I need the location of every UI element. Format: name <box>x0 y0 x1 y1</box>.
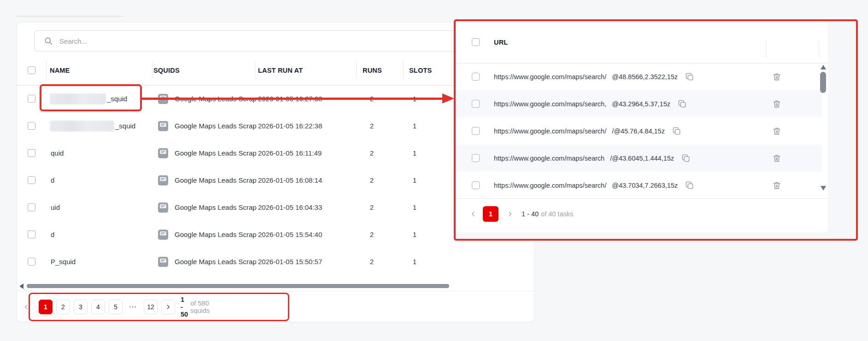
slots-count: 1 <box>405 167 424 194</box>
page-button-2[interactable]: 2 <box>56 300 70 314</box>
vscroll-down-arrow-icon[interactable] <box>821 186 826 191</box>
page-button-12[interactable]: 12 <box>144 300 158 314</box>
row-checkbox[interactable] <box>28 95 35 103</box>
url-next-page-button[interactable] <box>507 206 513 222</box>
runs-count: 2 <box>363 85 381 112</box>
page-button-5[interactable]: 5 <box>109 300 123 314</box>
copy-icon[interactable] <box>681 154 690 162</box>
squid-name-cell[interactable]: d <box>50 167 54 194</box>
url-row[interactable]: https://www.google.com/maps/search//@45.… <box>456 117 822 144</box>
header-slots: SLOTS <box>409 55 432 85</box>
url-row[interactable]: https://www.google.com/maps/search/@48.8… <box>456 63 822 90</box>
runs-count: 2 <box>363 194 381 221</box>
squid-row[interactable]: uid Google Maps Leads Scrap 2026-01-05 1… <box>17 194 454 221</box>
next-page-button[interactable] <box>161 300 175 314</box>
trash-icon[interactable] <box>772 181 781 190</box>
slots-count: 1 <box>405 85 424 112</box>
squid-logo-icon <box>158 148 168 158</box>
select-all-checkbox[interactable] <box>28 66 35 74</box>
trash-icon[interactable] <box>772 127 781 136</box>
url-page-button-1[interactable]: 1 <box>483 206 499 222</box>
squid-name-cell[interactable]: _squid <box>50 112 135 139</box>
url-row[interactable]: https://www.google.com/maps/search/@43.7… <box>456 172 822 199</box>
tab-underline <box>17 16 123 17</box>
column-separator <box>152 62 152 78</box>
prev-page-button[interactable] <box>23 300 29 314</box>
copy-icon[interactable] <box>672 127 681 135</box>
header-last-run-at: LAST RUN AT <box>258 55 303 85</box>
table-bottom-divider <box>17 291 534 291</box>
squid-row[interactable]: _squid Google Maps Leads Scrap 2026-01-0… <box>17 85 454 112</box>
row-checkbox[interactable] <box>28 231 35 238</box>
column-separator <box>46 62 47 78</box>
horizontal-scrollbar[interactable] <box>27 284 449 288</box>
row-checkbox[interactable] <box>28 203 35 211</box>
trash-icon[interactable] <box>772 154 781 163</box>
squid-name-cell[interactable]: d <box>50 221 54 248</box>
squid-row[interactable]: d Google Maps Leads Scrap 2026-01-05 16:… <box>17 167 454 194</box>
search-input[interactable] <box>59 37 520 45</box>
trash-icon[interactable] <box>772 72 781 81</box>
copy-icon[interactable] <box>685 181 694 190</box>
trash-icon[interactable] <box>772 99 781 109</box>
name-suffix: _squid <box>107 95 127 103</box>
copy-icon[interactable] <box>678 99 686 108</box>
squid-type-label: Google Maps Leads Scrap <box>175 176 257 184</box>
url-row-checkbox[interactable] <box>472 181 480 189</box>
url-prev-page-button[interactable] <box>470 206 476 222</box>
squid-name-cell[interactable]: _squid <box>50 85 127 112</box>
url-row-checkbox[interactable] <box>472 100 480 108</box>
column-separator <box>766 40 767 57</box>
name-suffix: d <box>51 231 54 238</box>
squid-row[interactable]: d Google Maps Leads Scrap 2026-01-05 15:… <box>17 221 454 248</box>
squid-name-cell[interactable]: P_squid <box>50 248 76 275</box>
squid-row[interactable]: _squid Google Maps Leads Scrap 2026-01-0… <box>17 112 454 139</box>
slots-count: 1 <box>405 221 424 248</box>
squid-row[interactable]: P_squid Google Maps Leads Scrap 2026-01-… <box>17 248 454 275</box>
vscroll-up-arrow-icon[interactable] <box>821 65 826 69</box>
url-row-checkbox[interactable] <box>472 154 480 162</box>
runs-count: 2 <box>363 248 381 275</box>
squid-logo-icon <box>158 121 168 131</box>
last-run-at: 2026-01-05 16:27:38 <box>258 85 322 112</box>
slots-count: 1 <box>405 194 424 221</box>
squid-name-cell[interactable]: quid <box>50 139 64 167</box>
url-row-checkbox[interactable] <box>472 127 480 135</box>
name-suffix: uid <box>51 203 60 211</box>
url-select-all-cell <box>472 21 480 63</box>
redacted-name <box>50 93 106 104</box>
row-checkbox[interactable] <box>28 176 35 184</box>
name-suffix: quid <box>51 149 64 157</box>
page-button-1[interactable]: 1 <box>39 300 53 314</box>
last-run-at: 2026-01-05 15:54:40 <box>258 221 322 248</box>
vertical-scrollbar[interactable] <box>820 72 826 93</box>
squid-type-cell: Google Maps Leads Scrap <box>158 167 271 194</box>
url-select-all-checkbox[interactable] <box>472 38 480 46</box>
squid-logo-icon <box>158 230 168 240</box>
pagination-summary: 1 - 50 of 580 squids <box>181 300 210 314</box>
url-pagination-total: of 40 tasks <box>541 210 573 218</box>
url-row[interactable]: https://www.google.com/maps/search/@43.6… <box>456 144 822 172</box>
name-suffix: P_squid <box>51 258 76 266</box>
url-row-checkbox[interactable] <box>472 73 480 81</box>
column-separator <box>255 62 255 78</box>
url-cell: https://www.google.com/maps/search,@43.2… <box>494 90 686 117</box>
row-checkbox[interactable] <box>28 122 35 130</box>
url-cell: https://www.google.com/maps/search/@43.7… <box>494 172 694 199</box>
url-prefix: https://www.google.com/maps/search/ <box>494 73 606 81</box>
row-checkbox[interactable] <box>28 149 35 157</box>
hscroll-left-arrow-icon[interactable] <box>19 283 23 289</box>
name-suffix: _squid <box>115 122 135 130</box>
url-row[interactable]: https://www.google.com/maps/search,@43.2… <box>456 90 822 117</box>
squid-name-cell[interactable]: uid <box>50 194 60 221</box>
squid-row[interactable]: quid Google Maps Leads Scrap 2026-01-05 … <box>17 139 454 167</box>
column-separator <box>819 40 819 57</box>
copy-icon[interactable] <box>685 72 694 81</box>
squid-type-label: Google Maps Leads Scrap <box>175 95 257 103</box>
squid-type-label: Google Maps Leads Scrap <box>175 258 257 266</box>
search-box[interactable] <box>34 30 521 52</box>
row-checkbox[interactable] <box>28 258 35 266</box>
url-list-divider <box>456 198 828 199</box>
page-button-4[interactable]: 4 <box>91 300 105 314</box>
page-button-3[interactable]: 3 <box>74 300 88 314</box>
